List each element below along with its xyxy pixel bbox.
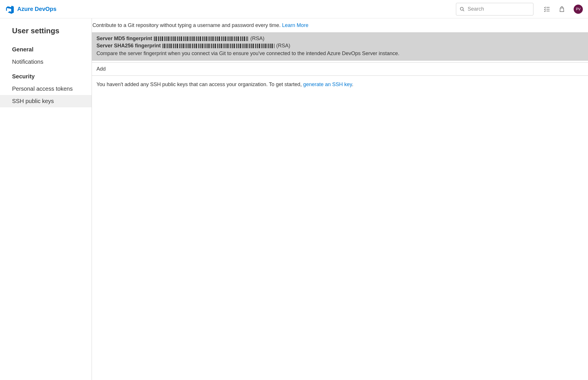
intro-text: Contribute to a Git repository without t… <box>92 22 282 28</box>
user-avatar[interactable]: PV <box>574 5 583 14</box>
sidebar-title: User settings <box>0 24 92 41</box>
sidebar-item-personal-access-tokens[interactable]: Personal access tokens <box>0 83 92 95</box>
azure-devops-logo-icon <box>5 5 14 14</box>
generate-ssh-key-link[interactable]: generate an SSH key <box>303 82 352 87</box>
svg-line-1 <box>463 10 464 11</box>
brand-text: Azure DevOps <box>17 6 57 12</box>
add-ssh-key-button[interactable]: Add <box>92 62 588 76</box>
header-icon-group: PV <box>544 5 583 14</box>
svg-point-0 <box>460 7 463 10</box>
sha256-fingerprint-row: Server SHA256 fingerprint (RSA) <box>96 42 583 49</box>
sidebar-section-security: Security <box>0 68 92 83</box>
search-icon <box>460 6 465 12</box>
sha256-fingerprint-value-obscured <box>163 44 274 48</box>
avatar-initials: PV <box>576 7 581 11</box>
sidebar-section-general: General <box>0 41 92 56</box>
add-button-label: Add <box>96 66 106 72</box>
shopping-bag-icon[interactable] <box>559 6 565 12</box>
sidebar-item-notifications[interactable]: Notifications <box>0 56 92 68</box>
learn-more-link[interactable]: Learn More <box>282 22 308 28</box>
sidebar-item-label: Personal access tokens <box>12 86 73 92</box>
empty-state-message: You haven't added any SSH public keys th… <box>92 76 588 93</box>
task-list-icon[interactable] <box>544 6 550 12</box>
intro-text-row: Contribute to a Git repository without t… <box>92 18 588 32</box>
fingerprint-compare-text: Compare the server fingerprint when you … <box>96 50 583 57</box>
fingerprint-panel: Server MD5 fingerprint (RSA) Server SHA2… <box>92 32 588 61</box>
empty-prefix: You haven't added any SSH public keys th… <box>96 82 303 87</box>
sidebar-item-ssh-public-keys[interactable]: SSH public keys <box>0 95 92 107</box>
sidebar-item-label: SSH public keys <box>12 98 54 104</box>
settings-sidebar: User settings General Notifications Secu… <box>0 18 92 380</box>
brand-home-link[interactable]: Azure DevOps <box>5 5 57 14</box>
md5-fingerprint-row: Server MD5 fingerprint (RSA) <box>96 35 583 42</box>
md5-key-type: (RSA) <box>250 35 264 42</box>
empty-suffix: . <box>352 82 353 87</box>
sha256-label: Server SHA256 fingerprint <box>96 42 161 49</box>
search-box[interactable] <box>456 3 533 15</box>
sha256-key-type: (RSA) <box>276 42 290 49</box>
search-input[interactable] <box>468 6 530 12</box>
sidebar-item-label: Notifications <box>12 59 43 65</box>
md5-fingerprint-value-obscured <box>154 36 249 41</box>
top-header: Azure DevOps PV <box>0 0 588 18</box>
md5-label: Server MD5 fingerprint <box>96 35 152 42</box>
main-content: Contribute to a Git repository without t… <box>92 18 588 380</box>
